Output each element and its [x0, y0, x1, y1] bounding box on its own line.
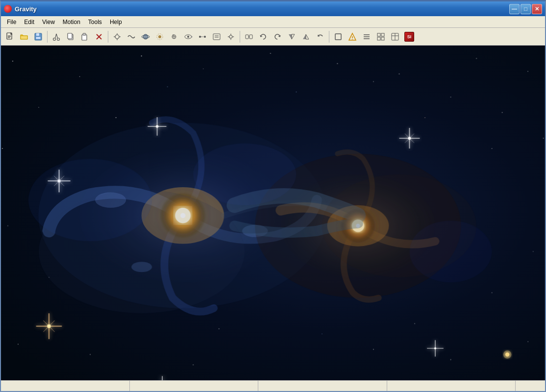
- sim-tool21[interactable]: SI: [402, 30, 416, 44]
- svg-point-59: [12, 60, 13, 61]
- status-seg5: [516, 381, 545, 391]
- sep4: [329, 31, 329, 43]
- svg-point-25: [158, 35, 161, 38]
- status-bar: [1, 380, 545, 391]
- svg-point-83: [533, 251, 533, 252]
- app-icon: [4, 5, 12, 13]
- sim-tool11[interactable]: [256, 30, 270, 44]
- mirror-icon: [301, 32, 310, 41]
- settings-icon: [226, 32, 235, 41]
- sim-tool16[interactable]: [331, 30, 345, 44]
- svg-rect-44: [335, 34, 341, 40]
- warning-icon: [348, 32, 357, 41]
- wave-icon: [127, 32, 136, 41]
- sim-tool17[interactable]: [346, 30, 359, 44]
- menu-file[interactable]: File: [3, 18, 20, 26]
- svg-point-70: [450, 97, 451, 98]
- sim-tool20[interactable]: [388, 30, 402, 44]
- sim-tool9[interactable]: [224, 30, 238, 44]
- cut-icon: [52, 32, 61, 41]
- sim-tool12[interactable]: [271, 30, 284, 44]
- svg-point-79: [450, 359, 451, 360]
- sim-tool19[interactable]: [374, 30, 388, 44]
- rotate-right-icon: [273, 32, 282, 41]
- svg-point-114: [156, 125, 158, 127]
- window-controls: — □ ✕: [509, 4, 542, 14]
- bright-star-7: [503, 350, 512, 359]
- svg-point-73: [492, 148, 493, 149]
- menu-view[interactable]: View: [38, 18, 59, 26]
- svg-point-137: [409, 220, 492, 282]
- svg-point-75: [18, 344, 19, 345]
- svg-point-74: [543, 138, 544, 139]
- svg-rect-41: [246, 35, 248, 39]
- sim-tool5[interactable]: C: [167, 30, 181, 44]
- main-canvas[interactable]: [1, 46, 545, 380]
- maximize-button[interactable]: □: [521, 4, 531, 14]
- sim-tool15[interactable]: [313, 30, 327, 44]
- sim-tool13[interactable]: [285, 30, 298, 44]
- svg-point-77: [193, 365, 194, 366]
- svg-line-10: [55, 34, 57, 38]
- svg-point-65: [399, 74, 400, 74]
- svg-point-61: [141, 55, 142, 56]
- sim-tool10[interactable]: [242, 30, 256, 44]
- sim-tool8[interactable]: [210, 30, 223, 44]
- svg-point-69: [115, 117, 116, 118]
- sim-tool1[interactable]: [110, 30, 124, 44]
- toolbar: C: [1, 28, 545, 46]
- close-button[interactable]: ✕: [532, 4, 542, 14]
- expand-icon: [245, 32, 253, 41]
- sim-tool2[interactable]: [124, 30, 138, 44]
- svg-point-40: [229, 35, 232, 38]
- svg-point-35: [204, 36, 206, 38]
- svg-point-132: [503, 350, 512, 359]
- svg-rect-37: [213, 34, 220, 40]
- menu-help[interactable]: Help: [106, 18, 126, 26]
- new-button[interactable]: [3, 30, 17, 44]
- paste-button[interactable]: [78, 30, 92, 44]
- svg-line-11: [56, 34, 58, 38]
- sim-tool7[interactable]: [196, 30, 209, 44]
- save-button[interactable]: [31, 30, 45, 44]
- title-bar: Gravity — □ ✕: [1, 1, 545, 16]
- svg-point-47: [352, 39, 353, 40]
- sim-tool6[interactable]: [181, 30, 195, 44]
- connect-icon: [198, 32, 207, 41]
- frame-icon: [334, 32, 343, 41]
- particle-icon: [113, 32, 122, 41]
- svg-point-82: [492, 292, 493, 293]
- menu-motion[interactable]: Motion: [59, 18, 84, 26]
- delete-icon: [95, 32, 103, 41]
- delete-button[interactable]: [92, 30, 106, 44]
- cut-button[interactable]: [50, 30, 63, 44]
- svg-point-119: [408, 137, 411, 140]
- flip-icon: [287, 32, 296, 41]
- menu-edit[interactable]: Edit: [20, 18, 38, 26]
- status-seg3: [258, 381, 387, 391]
- com-icon: C: [170, 32, 178, 41]
- status-seg4: [387, 381, 516, 391]
- status-seg1: [1, 381, 130, 391]
- copy-button[interactable]: [64, 30, 77, 44]
- body-icon: [141, 32, 150, 41]
- menu-tools[interactable]: Tools: [84, 18, 106, 26]
- svg-rect-14: [82, 35, 87, 40]
- menu-bar: File Edit View Motion Tools Help: [1, 16, 545, 28]
- svg-point-62: [203, 69, 203, 69]
- sim-tool3[interactable]: [139, 30, 152, 44]
- folder-icon: [20, 32, 28, 41]
- sim-tool18[interactable]: [360, 30, 373, 44]
- svg-point-31: [187, 36, 189, 38]
- sim-tool14[interactable]: [299, 30, 313, 44]
- sep1: [47, 31, 48, 43]
- params-icon: [362, 32, 371, 41]
- svg-point-88: [424, 117, 425, 118]
- svg-rect-52: [381, 33, 384, 36]
- galaxy-scene: [1, 46, 545, 380]
- sim-tool4[interactable]: [153, 30, 167, 44]
- minimize-button[interactable]: —: [509, 4, 520, 14]
- window-title: Gravity: [15, 5, 37, 13]
- open-button[interactable]: [17, 30, 31, 44]
- svg-point-84: [7, 225, 8, 226]
